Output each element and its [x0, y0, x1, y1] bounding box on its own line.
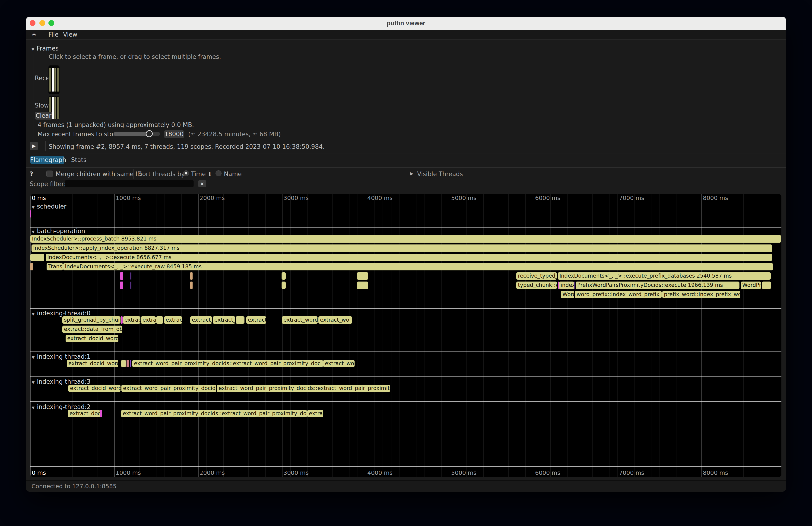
flame-bar[interactable]: extract_word_pair_proximity_docids	[121, 385, 216, 392]
clear-button[interactable]: Clear	[35, 112, 53, 120]
frame-thumbnail-bar[interactable]	[55, 97, 57, 119]
flame-bar[interactable]: split_grenad_by_chun	[62, 316, 120, 324]
axis-tick-label: 3000 ms	[284, 195, 309, 201]
thread-name: batch-operation	[37, 228, 85, 234]
flame-bar[interactable]	[30, 254, 44, 261]
help-button[interactable]: ?	[30, 171, 33, 177]
flame-bar[interactable]: extract_word_pair_proximity_docids::extr…	[217, 385, 390, 392]
thread-header-scheduler[interactable]: ▼scheduler	[32, 203, 67, 210]
visible-threads-header[interactable]: Visible Threads	[417, 171, 463, 177]
connection-status: Connected to 127.0.0.1:8585	[31, 483, 117, 490]
flame-bar[interactable]: Trans	[47, 263, 63, 271]
recent-frames-thumbnail[interactable]	[48, 65, 60, 94]
scope-filter-clear-button[interactable]: x	[198, 180, 206, 187]
flamegraph-canvas[interactable]: 0 ms0 ms1000 ms1000 ms2000 ms2000 ms3000…	[30, 194, 781, 477]
flame-bar[interactable]	[130, 281, 131, 289]
thread-header-indexing-thread:0[interactable]: ▼indexing-thread:0	[32, 310, 91, 317]
slider-knob[interactable]	[146, 130, 153, 137]
axis-tick-label: 7000 ms	[619, 469, 644, 476]
section-separator	[30, 466, 781, 467]
flame-bar[interactable]	[281, 272, 286, 280]
flame-bar[interactable]	[357, 281, 368, 289]
axis-tick-label: 7000 ms	[619, 195, 644, 201]
frame-thumbnail-bar[interactable]	[57, 97, 59, 119]
flame-bar[interactable]	[100, 410, 102, 417]
menu-file[interactable]: File	[48, 30, 59, 39]
flame-bar[interactable]: extract_word_pair_proximity_docids::extr…	[121, 410, 307, 417]
flame-bar[interactable]	[130, 360, 131, 367]
flame-bar[interactable]: extrac	[307, 410, 323, 417]
flame-bar[interactable]	[357, 272, 368, 280]
flame-bar[interactable]	[236, 316, 245, 324]
merge-children-checkbox[interactable]	[46, 171, 53, 177]
flame-bar[interactable]: IndexDocuments<_, _>::execute_prefix_dat…	[558, 272, 771, 280]
flame-bar[interactable]: extract	[246, 316, 266, 324]
flame-bar[interactable]	[120, 272, 123, 280]
flame-bar[interactable]: extract_docid_word	[66, 335, 118, 342]
thread-header-indexing-thread:1[interactable]: ▼indexing-thread:1	[32, 353, 91, 360]
frame-thumbnail-bar[interactable]	[49, 68, 51, 91]
flame-bar[interactable]: typed_chunk::w	[516, 281, 557, 289]
flame-bar[interactable]: extrac	[164, 316, 182, 324]
menu-view[interactable]: View	[63, 30, 77, 39]
flame-bar[interactable]: extract_word_pair_proximity_docids::extr…	[132, 360, 323, 367]
visible-threads-arrow-icon[interactable]: ▶	[410, 171, 414, 176]
flame-bar[interactable]	[156, 316, 163, 324]
tab-stats[interactable]: Stats	[67, 156, 91, 164]
flame-bar[interactable]	[558, 281, 559, 289]
flame-bar[interactable]: extra	[141, 316, 156, 324]
frame-thumbnail-bar[interactable]	[52, 68, 54, 91]
flame-bar[interactable]: IndexScheduler>::apply_index_operation 8…	[31, 245, 772, 252]
flame-bar[interactable]: extract::data_from_ob	[62, 325, 122, 333]
flame-bar[interactable]: extract_	[213, 316, 235, 324]
flame-bar[interactable]: PrefixWordPairsProximityDocids::execute …	[576, 281, 739, 289]
flame-bar[interactable]	[281, 281, 286, 289]
flame-bar[interactable]: IndexDocuments<_, _>::execute_raw 8459.1…	[63, 263, 773, 271]
thread-header-batch-operation[interactable]: ▼batch-operation	[32, 228, 85, 234]
flame-bar[interactable]	[130, 272, 131, 280]
flame-bar[interactable]	[190, 281, 192, 289]
flame-bar[interactable]: extract_docid_word	[68, 385, 120, 392]
flame-bar[interactable]: word_prefix::index_word_prefix_	[575, 291, 662, 298]
tab-flamegraph[interactable]: Flamegraph	[30, 156, 64, 164]
flame-bar[interactable]: extract_	[190, 316, 212, 324]
flame-bar[interactable]: Word	[561, 291, 574, 298]
flame-bar[interactable]	[121, 360, 126, 367]
flame-bar[interactable]	[575, 281, 576, 289]
flame-bar[interactable]: IndexScheduler>::process_batch 8953.821 …	[30, 235, 781, 243]
max-frames-slider[interactable]	[114, 132, 160, 136]
frames-section-header[interactable]: ▼Frames	[31, 45, 59, 52]
flame-bar[interactable]: IndexDocuments<_, _>::execute 8656.677 m…	[46, 254, 772, 261]
flame-bar[interactable]: extract	[123, 316, 141, 324]
flame-bar[interactable]	[762, 281, 771, 289]
flame-bar[interactable]: index	[559, 281, 574, 289]
flame-bar[interactable]	[30, 263, 33, 271]
flame-bar[interactable]	[120, 281, 123, 289]
thread-header-indexing-thread:2[interactable]: ▼indexing-thread:2	[32, 404, 91, 410]
flame-bar[interactable]	[30, 210, 31, 218]
scope-filter-input[interactable]	[65, 180, 194, 187]
sort-time-radio[interactable]	[183, 170, 189, 176]
sort-direction-arrow-icon[interactable]: ⬇	[207, 171, 212, 177]
flame-bar[interactable]: WordPr	[741, 281, 761, 289]
flame-bar[interactable]: extract_docid_word	[67, 360, 118, 367]
thread-name: indexing-thread:3	[37, 378, 90, 385]
theme-toggle-icon[interactable]: ☀	[31, 30, 37, 39]
menubar-separator	[43, 31, 43, 38]
sort-name-radio[interactable]	[216, 170, 221, 176]
section-separator	[30, 227, 781, 228]
flame-bar[interactable]	[127, 360, 129, 367]
play-button[interactable]: ▶	[30, 142, 38, 150]
thread-header-indexing-thread:3[interactable]: ▼indexing-thread:3	[32, 378, 91, 385]
flame-bar[interactable]	[121, 316, 122, 324]
flame-bar[interactable]: receive_typed_	[516, 272, 557, 280]
frame-thumbnail-bar[interactable]	[57, 68, 59, 91]
flame-bar[interactable]: prefix_word::index_prefix_wo	[662, 291, 740, 298]
flame-bar[interactable]: extract_word	[282, 316, 318, 324]
flame-bar[interactable]: extract_wo	[323, 360, 354, 367]
flame-bar[interactable]: extract_wo	[318, 316, 352, 324]
flame-bar[interactable]	[190, 272, 192, 280]
max-frames-value[interactable]: 18000	[164, 130, 184, 138]
frame-thumbnail-bar[interactable]	[55, 68, 57, 91]
flame-bar[interactable]: extract_doc	[68, 410, 100, 417]
